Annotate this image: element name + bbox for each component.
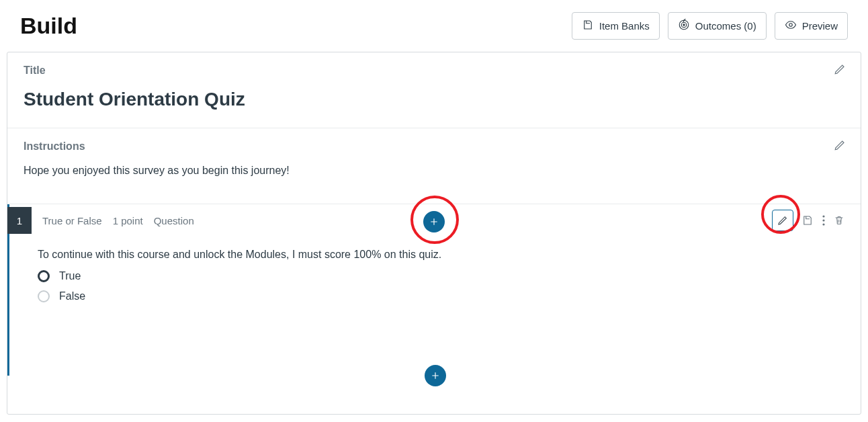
top-actions: Item Banks Outcomes (0) Preview xyxy=(572,12,848,40)
svg-point-2 xyxy=(683,24,685,26)
item-banks-button[interactable]: Item Banks xyxy=(572,12,660,40)
edit-question-button[interactable] xyxy=(772,210,793,231)
more-options-icon[interactable] xyxy=(822,214,826,226)
builder-canvas: Title Student Orientation Quiz Instructi… xyxy=(7,52,861,415)
top-bar: Build Item Banks Outcomes (0) Preview xyxy=(0,0,868,52)
target-icon xyxy=(678,19,690,33)
svg-point-5 xyxy=(822,219,824,221)
eye-icon xyxy=(785,19,797,33)
instructions-section[interactable]: Instructions Hope you enjoyed this surve… xyxy=(7,128,861,204)
add-content-button-top[interactable] xyxy=(423,211,445,233)
question-number-badge: 1 xyxy=(7,207,32,234)
item-banks-icon xyxy=(582,19,594,33)
question-prompt: To continue with this course and unlock … xyxy=(38,249,844,261)
add-content-button-bottom[interactable] xyxy=(425,365,446,386)
title-label: Title xyxy=(24,65,844,77)
instructions-label: Instructions xyxy=(24,140,844,153)
preview-button[interactable]: Preview xyxy=(775,12,848,40)
outcomes-label: Outcomes (0) xyxy=(695,20,756,32)
svg-point-3 xyxy=(789,24,792,27)
radio-false[interactable] xyxy=(38,290,50,302)
quiz-title: Student Orientation Quiz xyxy=(24,89,844,110)
choice-true-label: True xyxy=(59,270,81,282)
item-banks-label: Item Banks xyxy=(599,20,650,32)
choice-true[interactable]: True xyxy=(38,270,844,282)
question-kind-label: Question xyxy=(154,215,194,226)
delete-question-icon[interactable] xyxy=(834,214,844,226)
edit-instructions-icon[interactable] xyxy=(834,139,846,154)
instructions-text: Hope you enjoyed this survey as you begi… xyxy=(24,165,844,177)
preview-label: Preview xyxy=(802,20,838,32)
question-points-label: 1 point xyxy=(113,215,143,226)
choice-false[interactable]: False xyxy=(38,290,844,302)
edit-title-icon[interactable] xyxy=(834,63,846,78)
item-bank-question-icon[interactable] xyxy=(801,214,814,226)
question-type-label: True or False xyxy=(42,215,102,226)
outcomes-button[interactable]: Outcomes (0) xyxy=(668,12,767,40)
title-section[interactable]: Title Student Orientation Quiz xyxy=(7,52,861,128)
svg-point-4 xyxy=(822,215,824,217)
page-title: Build xyxy=(20,13,77,39)
question-toolbar xyxy=(772,210,844,231)
svg-point-6 xyxy=(822,223,824,225)
radio-true[interactable] xyxy=(38,270,50,282)
question-body: To continue with this course and unlock … xyxy=(9,237,861,302)
choice-false-label: False xyxy=(59,290,85,302)
